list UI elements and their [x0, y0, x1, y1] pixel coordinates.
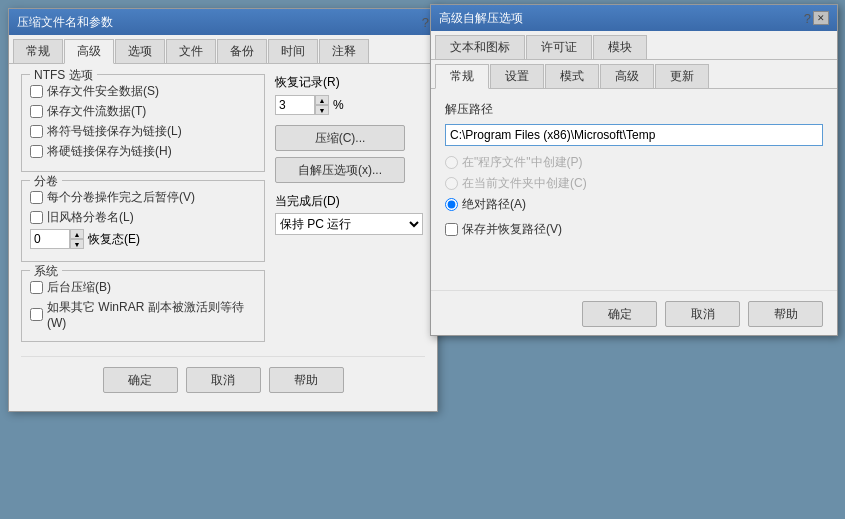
radio-current-folder: 在当前文件夹中创建(C)	[445, 175, 823, 192]
adv-help-button[interactable]: 帮助	[748, 301, 823, 327]
recovery-spin-up[interactable]: ▲	[315, 95, 329, 105]
save-path-checkbox: 保存并恢复路径(V)	[445, 221, 823, 238]
adv-ok-button[interactable]: 确定	[582, 301, 657, 327]
checkbox-wait-input[interactable]	[30, 308, 43, 321]
recovery-spin: ▲ ▼	[30, 229, 84, 249]
checkbox-wait: 如果其它 WinRAR 副本被激活则等待(W)	[30, 299, 256, 330]
radio-current-folder-input[interactable]	[445, 177, 458, 190]
adv-tab-mode[interactable]: 模式	[545, 64, 599, 88]
recovery-record-label: 恢复记录(R)	[275, 74, 425, 91]
path-input[interactable]: C:\Program Files (x86)\Microsoft\Temp	[445, 124, 823, 146]
recovery-label: 恢复态(E)	[88, 231, 140, 248]
adv-path-title: 解压路径	[445, 101, 823, 118]
adv-close-icon[interactable]: ✕	[813, 11, 829, 25]
checkbox-stream-input[interactable]	[30, 105, 43, 118]
adv-tabs-row2: 常规 设置 模式 高级 更新	[431, 60, 837, 89]
percent-label: %	[333, 98, 344, 112]
tab-time[interactable]: 时间	[268, 39, 318, 63]
tab-comment[interactable]: 注释	[319, 39, 369, 63]
save-path-checkbox-input[interactable]	[445, 223, 458, 236]
radio-program-files-input[interactable]	[445, 156, 458, 169]
checkbox-pause: 每个分卷操作完之后暂停(V)	[30, 189, 256, 206]
tab-backup[interactable]: 备份	[217, 39, 267, 63]
spin-btns: ▲ ▼	[70, 229, 84, 249]
adv-tab-license[interactable]: 许可证	[526, 35, 592, 59]
left-col: NTFS 选项 保存文件安全数据(S) 保存文件流数据(T) 将符号链接保存为链…	[21, 74, 265, 350]
tab-regular[interactable]: 常规	[13, 39, 63, 63]
adv-help-icon[interactable]: ?	[804, 11, 811, 26]
complete-dropdown[interactable]: 保持 PC 运行	[275, 213, 423, 235]
adv-dialog-title: 高级自解压选项	[439, 10, 523, 27]
main-dialog-title: 压缩文件名和参数	[17, 14, 113, 31]
checkbox-bg: 后台压缩(B)	[30, 279, 256, 296]
checkbox-security-input[interactable]	[30, 85, 43, 98]
tab-options[interactable]: 选项	[115, 39, 165, 63]
recovery-record-input[interactable]	[275, 95, 315, 115]
recovery-record-row: ▲ ▼ %	[275, 95, 425, 115]
adv-tab-advanced[interactable]: 高级	[600, 64, 654, 88]
volume-section: 分卷 每个分卷操作完之后暂停(V) 旧风格分卷名(L) ▲	[21, 180, 265, 262]
radio-absolute: 绝对路径(A)	[445, 196, 823, 213]
adv-titlebar-controls: ? ✕	[804, 11, 829, 26]
ntfs-section: NTFS 选项 保存文件安全数据(S) 保存文件流数据(T) 将符号链接保存为链…	[21, 74, 265, 172]
adv-cancel-button[interactable]: 取消	[665, 301, 740, 327]
recovery-record-section: 恢复记录(R) ▲ ▼ %	[275, 74, 425, 119]
radio-current-folder-label: 在当前文件夹中创建(C)	[462, 175, 587, 192]
volume-section-title: 分卷	[30, 173, 62, 190]
complete-section: 当完成后(D) 保持 PC 运行	[275, 193, 425, 235]
right-col: 恢复记录(R) ▲ ▼ % 压缩(C)... 自解压选项(x)...	[275, 74, 425, 350]
recovery-spin-btns: ▲ ▼	[315, 95, 329, 115]
checkbox-oldstyle-input[interactable]	[30, 211, 43, 224]
checkbox-oldstyle-label: 旧风格分卷名(L)	[47, 209, 134, 226]
help-icon[interactable]: ?	[422, 15, 429, 30]
self-extract-button[interactable]: 自解压选项(x)...	[275, 157, 405, 183]
compress-button[interactable]: 压缩(C)...	[275, 125, 405, 151]
checkbox-pause-label: 每个分卷操作完之后暂停(V)	[47, 189, 195, 206]
checkbox-stream: 保存文件流数据(T)	[30, 103, 256, 120]
recovery-row: ▲ ▼ 恢复态(E)	[30, 229, 256, 249]
checkbox-wait-label: 如果其它 WinRAR 副本被激活则等待(W)	[47, 299, 256, 330]
main-tabs: 常规 高级 选项 文件 备份 时间 注释	[9, 35, 437, 64]
main-two-col: NTFS 选项 保存文件安全数据(S) 保存文件流数据(T) 将符号链接保存为链…	[21, 74, 425, 350]
adv-tab-settings[interactable]: 设置	[490, 64, 544, 88]
recovery-spin-down[interactable]: ▼	[315, 105, 329, 115]
main-cancel-button[interactable]: 取消	[186, 367, 261, 393]
radio-program-files-label: 在"程序文件"中创建(P)	[462, 154, 583, 171]
radio-absolute-input[interactable]	[445, 198, 458, 211]
main-bottom-buttons: 确定 取消 帮助	[21, 356, 425, 401]
spin-up[interactable]: ▲	[70, 229, 84, 239]
tab-files[interactable]: 文件	[166, 39, 216, 63]
checkbox-bg-input[interactable]	[30, 281, 43, 294]
main-content: NTFS 选项 保存文件安全数据(S) 保存文件流数据(T) 将符号链接保存为链…	[9, 64, 437, 411]
adv-tabs-row1: 文本和图标 许可证 模块	[431, 31, 837, 60]
adv-tab-general[interactable]: 常规	[435, 64, 489, 89]
checkbox-security-label: 保存文件安全数据(S)	[47, 83, 159, 100]
main-dialog-titlebar: 压缩文件名和参数 ?	[9, 9, 437, 35]
adv-content: 解压路径 C:\Program Files (x86)\Microsoft\Te…	[431, 89, 837, 250]
checkbox-bg-label: 后台压缩(B)	[47, 279, 111, 296]
adv-tab-module[interactable]: 模块	[593, 35, 647, 59]
adv-bottom-buttons: 确定 取消 帮助	[431, 290, 837, 335]
main-help-button[interactable]: 帮助	[269, 367, 344, 393]
system-section-title: 系统	[30, 263, 62, 280]
adv-tab-text-icon[interactable]: 文本和图标	[435, 35, 525, 59]
main-ok-button[interactable]: 确定	[103, 367, 178, 393]
complete-label: 当完成后(D)	[275, 193, 425, 210]
tab-advanced[interactable]: 高级	[64, 39, 114, 64]
checkbox-pause-input[interactable]	[30, 191, 43, 204]
checkbox-hardlink-input[interactable]	[30, 145, 43, 158]
main-dialog: 压缩文件名和参数 ? 常规 高级 选项 文件 备份 时间 注释 NTFS 选项 …	[8, 8, 438, 412]
titlebar-controls: ?	[422, 15, 429, 30]
spin-down[interactable]: ▼	[70, 239, 84, 249]
checkbox-symlink-label: 将符号链接保存为链接(L)	[47, 123, 182, 140]
radio-absolute-label: 绝对路径(A)	[462, 196, 526, 213]
adv-tab-update[interactable]: 更新	[655, 64, 709, 88]
checkbox-oldstyle: 旧风格分卷名(L)	[30, 209, 256, 226]
checkbox-symlink-input[interactable]	[30, 125, 43, 138]
recovery-input[interactable]	[30, 229, 70, 249]
checkbox-symlink: 将符号链接保存为链接(L)	[30, 123, 256, 140]
checkbox-security: 保存文件安全数据(S)	[30, 83, 256, 100]
save-path-label: 保存并恢复路径(V)	[462, 221, 562, 238]
recovery-record-spin: ▲ ▼	[275, 95, 329, 115]
checkbox-hardlink-label: 将硬链接保存为链接(H)	[47, 143, 172, 160]
